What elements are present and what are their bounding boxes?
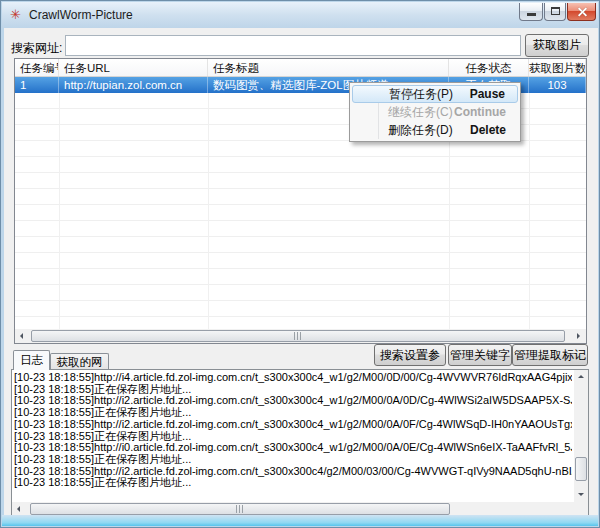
log-line: [10-23 18:18:55]正在保存图片地址... <box>14 477 572 489</box>
col-header-picture-count[interactable]: 获取图片数 <box>529 59 586 76</box>
arrow-left-icon <box>14 506 20 512</box>
maximize-button[interactable] <box>544 3 566 21</box>
close-button[interactable] <box>567 3 596 21</box>
search-url-input[interactable] <box>65 35 521 56</box>
menu-item-label: 删除任务(D) <box>352 122 470 139</box>
scrollbar-grip-icon <box>236 505 244 513</box>
app-window: ✳ CrawlWorm-Picture 搜索网址: 获取图片 任务编号 任务UR… <box>0 0 600 528</box>
scroll-left-button[interactable] <box>15 329 29 343</box>
menu-item-label: 继续任务(C) <box>352 104 454 121</box>
arrow-right-icon <box>577 333 583 339</box>
menu-item-delete-task[interactable]: 删除任务(D) Delete <box>352 121 518 139</box>
cell-picture-count: 103 <box>529 77 586 93</box>
maximize-icon <box>551 7 560 15</box>
scroll-right-button[interactable] <box>572 329 586 343</box>
tab-log[interactable]: 日志 <box>13 350 50 370</box>
manage-extract-marks-button[interactable]: 管理提取标记 <box>512 344 588 366</box>
app-icon: ✳ <box>10 7 21 22</box>
client-area: 搜索网址: 获取图片 任务编号 任务URL 任务标题 任务状态 获取图片数 1 … <box>4 28 598 517</box>
log-line: [10-23 18:18:55]正在保存图片地址... <box>14 454 572 466</box>
column-separator <box>208 93 209 330</box>
scroll-down-button[interactable] <box>574 488 588 502</box>
table-horizontal-scrollbar[interactable] <box>15 329 586 343</box>
task-context-menu: 暂停任务(P) Pause 继续任务(C) Continue 删除任务(D) D… <box>349 82 521 142</box>
log-panel[interactable]: [10-23 18:18:55]http://i4.article.fd.zol… <box>11 369 589 517</box>
menu-item-label: 暂停任务(P) <box>353 86 470 103</box>
scrollbar-thumb[interactable] <box>575 457 587 481</box>
window-title: CrawlWorm-Picture <box>29 8 133 22</box>
scrollbar-thumb[interactable] <box>31 330 565 342</box>
search-url-label: 搜索网址: <box>11 40 62 57</box>
scrollbar-grip-icon <box>294 332 302 340</box>
cell-task-url: http://tupian.zol.com.cn <box>59 77 208 93</box>
search-settings-button[interactable]: 搜索设置参数 <box>374 344 446 366</box>
arrow-up-icon <box>578 372 584 378</box>
title-bar[interactable]: ✳ CrawlWorm-Picture <box>2 2 598 28</box>
menu-item-pause-task[interactable]: 暂停任务(P) Pause <box>352 85 518 103</box>
log-vertical-scrollbar[interactable] <box>574 370 588 502</box>
column-separator <box>59 93 60 330</box>
arrow-down-icon <box>578 493 584 499</box>
task-table-header: 任务编号 任务URL 任务标题 任务状态 获取图片数 <box>15 59 586 77</box>
col-header-task-url[interactable]: 任务URL <box>59 59 208 76</box>
col-header-task-title[interactable]: 任务标题 <box>208 59 449 76</box>
log-horizontal-scrollbar[interactable] <box>12 502 588 516</box>
arrow-left-icon <box>17 333 23 339</box>
menu-item-shortcut: Delete <box>470 123 518 137</box>
column-separator <box>529 93 530 330</box>
cell-task-id: 1 <box>15 77 59 93</box>
tab-fetched-urls[interactable]: 获取的网址 <box>50 353 109 370</box>
col-header-task-status[interactable]: 任务状态 <box>449 59 529 76</box>
manage-keywords-button[interactable]: 管理关键字 <box>448 344 512 366</box>
window-bottom-frame <box>2 515 598 526</box>
minimize-icon <box>527 13 536 16</box>
menu-item-shortcut: Continue <box>454 105 518 119</box>
col-header-task-id[interactable]: 任务编号 <box>15 59 59 76</box>
scrollbar-thumb[interactable] <box>30 503 450 515</box>
menu-item-shortcut: Pause <box>470 87 517 101</box>
log-line: [10-23 18:18:55]http://i2.article.fd.zol… <box>14 419 572 431</box>
log-line: [10-23 18:18:55]http://i4.article.fd.zol… <box>14 372 572 384</box>
menu-item-continue-task: 继续任务(C) Continue <box>352 103 518 121</box>
minimize-button[interactable] <box>519 3 543 21</box>
log-lines: [10-23 18:18:55]http://i4.article.fd.zol… <box>14 372 572 500</box>
get-pictures-button[interactable]: 获取图片 <box>525 34 589 57</box>
scroll-up-button[interactable] <box>574 370 588 384</box>
scrollbar-corner <box>574 502 588 516</box>
close-icon <box>577 7 588 18</box>
scroll-left-button[interactable] <box>12 502 26 516</box>
